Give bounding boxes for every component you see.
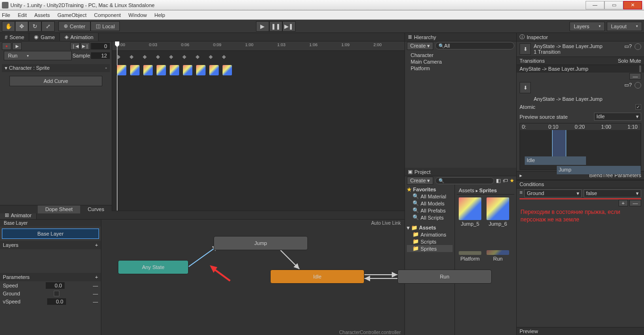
- remove-condition-button[interactable]: —: [629, 200, 641, 206]
- settings-icon[interactable]: [635, 82, 641, 89]
- hierarchy-header[interactable]: ≣Hierarchy: [405, 33, 516, 41]
- clip-dropdown[interactable]: Run: [4, 51, 72, 60]
- keyframe[interactable]: [222, 55, 226, 59]
- space-toggle[interactable]: ◫Local: [91, 21, 120, 31]
- atomic-checkbox[interactable]: [636, 104, 641, 110]
- add-layer-button[interactable]: +: [95, 242, 98, 248]
- assets-folder[interactable]: ▾ 📁 Assets: [407, 225, 453, 231]
- minimize-button[interactable]: —: [586, 1, 604, 9]
- asset-thumb[interactable]: Jump_6: [485, 197, 511, 227]
- menu-assets[interactable]: Assets: [34, 12, 50, 18]
- add-curve-button[interactable]: Add Curve: [9, 76, 102, 86]
- step-button[interactable]: ▶❚: [282, 21, 296, 32]
- inspector-header[interactable]: ⓘInspector: [517, 33, 644, 41]
- condition-param-dropdown[interactable]: Ground▾: [524, 189, 582, 197]
- tab-scene[interactable]: #Scene: [0, 33, 29, 41]
- pivot-toggle[interactable]: ⊕Center: [58, 21, 91, 31]
- hierarchy-item[interactable]: Character: [411, 52, 511, 58]
- asset-thumb[interactable]: Run: [485, 232, 511, 261]
- close-button[interactable]: ✕: [623, 1, 642, 9]
- param-row-vspeed[interactable]: vSpeed0.0—: [0, 297, 101, 306]
- param-row-ground[interactable]: Ground—: [0, 290, 101, 297]
- maximize-button[interactable]: ▭: [604, 1, 623, 9]
- state-anystate[interactable]: Any State: [118, 260, 189, 274]
- favorite-item[interactable]: 🔍All Material: [407, 193, 453, 200]
- animation-timeline[interactable]: 0:00 0:03 0:06 0:09 1:00 1:03 1:06 1:09 …: [112, 41, 405, 211]
- settings-icon[interactable]: [635, 43, 641, 50]
- layer-breadcrumb[interactable]: Base Layer: [0, 220, 101, 227]
- keyframe[interactable]: [196, 55, 199, 59]
- jump-clip-bar[interactable]: Jump: [557, 166, 641, 174]
- property-row[interactable]: ▾ Character : Sprite◦: [2, 64, 110, 72]
- rotate-tool-button[interactable]: ↻: [28, 21, 41, 32]
- tab-game[interactable]: ◉Game: [29, 33, 60, 41]
- hierarchy-item[interactable]: Main Camera: [411, 58, 511, 65]
- keyframe[interactable]: [209, 55, 213, 59]
- transition-list-item[interactable]: AnyState -> Base Layer.Jump: [517, 65, 644, 73]
- hierarchy-create-button[interactable]: Create ▾: [407, 42, 433, 50]
- keyframe[interactable]: [156, 55, 160, 59]
- play-button[interactable]: ▶: [256, 21, 269, 32]
- sample-field[interactable]: 12: [91, 52, 110, 59]
- timeline-ruler[interactable]: 0:00 0:03 0:06 0:09 1:00 1:03 1:06 1:09 …: [112, 41, 405, 51]
- drag-handle-icon[interactable]: ≡: [520, 189, 522, 197]
- frame-field[interactable]: 0: [91, 43, 110, 49]
- menu-gameobject[interactable]: GameObject: [58, 12, 87, 18]
- help-icon[interactable]: ▭?: [624, 82, 632, 88]
- favorites-folder[interactable]: ★ Favorites: [407, 187, 453, 193]
- menu-help[interactable]: Help: [154, 12, 165, 18]
- move-tool-button[interactable]: ✥: [15, 21, 28, 32]
- favorite-item[interactable]: 🔍All Prefabs: [407, 207, 453, 214]
- project-header[interactable]: ▣Project: [405, 168, 516, 176]
- transition-timeline[interactable]: 0: 0:10 0:20 1:00 1:10 Idle Jump: [520, 123, 641, 170]
- breadcrumb[interactable]: Assets ▸ Sprites: [457, 187, 514, 195]
- menu-window[interactable]: Window: [128, 12, 147, 18]
- keyframe[interactable]: [143, 55, 147, 59]
- state-run[interactable]: Run: [397, 270, 492, 284]
- hierarchy-item[interactable]: Platform: [411, 65, 511, 72]
- param-row-speed[interactable]: Speed0.0—: [0, 281, 101, 290]
- keyframe[interactable]: [130, 55, 133, 59]
- folder-item[interactable]: 📁 Scripts: [407, 238, 453, 245]
- dopesheet-tab[interactable]: Dope Sheet: [38, 205, 80, 213]
- menu-component[interactable]: Component: [94, 12, 121, 18]
- layout-dropdown[interactable]: Layout: [607, 22, 642, 31]
- project-create-button[interactable]: Create ▾: [407, 177, 433, 185]
- state-jump[interactable]: Jump: [214, 236, 308, 250]
- param-checkbox[interactable]: [54, 291, 59, 296]
- auto-live-link-toggle[interactable]: Auto Live Link: [371, 221, 401, 226]
- mute-checkbox[interactable]: [640, 65, 641, 72]
- hand-tool-button[interactable]: ✋: [2, 21, 15, 32]
- pause-button[interactable]: ❚❚: [269, 21, 282, 32]
- idle-clip-bar[interactable]: Idle: [525, 156, 586, 165]
- anim-play-button[interactable]: ▶: [12, 42, 22, 50]
- state-idle[interactable]: Idle: [270, 270, 364, 284]
- scale-tool-button[interactable]: ⤢: [41, 21, 55, 32]
- layers-dropdown[interactable]: Layers: [570, 22, 605, 31]
- animator-graph[interactable]: Auto Live Link Any State Jump Idle Run: [101, 220, 405, 335]
- preview-source-dropdown[interactable]: Idle▾: [594, 113, 641, 121]
- menu-file[interactable]: File: [2, 12, 10, 18]
- remove-button[interactable]: —: [629, 73, 641, 80]
- label-icon[interactable]: 🏷: [503, 178, 508, 183]
- favorite-item[interactable]: 🔍All Scripts: [407, 214, 453, 221]
- condition-value-dropdown[interactable]: false▾: [584, 189, 641, 197]
- record-button[interactable]: ●: [2, 42, 11, 50]
- add-condition-button[interactable]: +: [619, 200, 628, 206]
- next-key-button[interactable]: ▶❘: [81, 42, 90, 50]
- add-param-button[interactable]: +: [95, 274, 98, 280]
- preview-header[interactable]: Preview: [517, 327, 644, 335]
- curves-tab[interactable]: Curves: [80, 205, 112, 213]
- folder-item-selected[interactable]: 📁 Sprites: [407, 245, 453, 252]
- tab-animation[interactable]: ◈Animation: [60, 33, 99, 41]
- layer-item[interactable]: Base Layer: [2, 229, 99, 239]
- help-icon[interactable]: ▭?: [624, 43, 632, 49]
- favorite-item[interactable]: 🔍All Models: [407, 200, 453, 207]
- hierarchy-search[interactable]: 🔍All: [435, 42, 514, 49]
- asset-thumb[interactable]: Jump_5: [457, 197, 483, 227]
- keyframe[interactable]: [169, 55, 173, 59]
- transition-range[interactable]: [552, 130, 566, 156]
- project-search[interactable]: 🔍: [435, 177, 494, 184]
- keyframe[interactable]: [116, 55, 120, 59]
- filter-icon[interactable]: ◧: [496, 178, 501, 184]
